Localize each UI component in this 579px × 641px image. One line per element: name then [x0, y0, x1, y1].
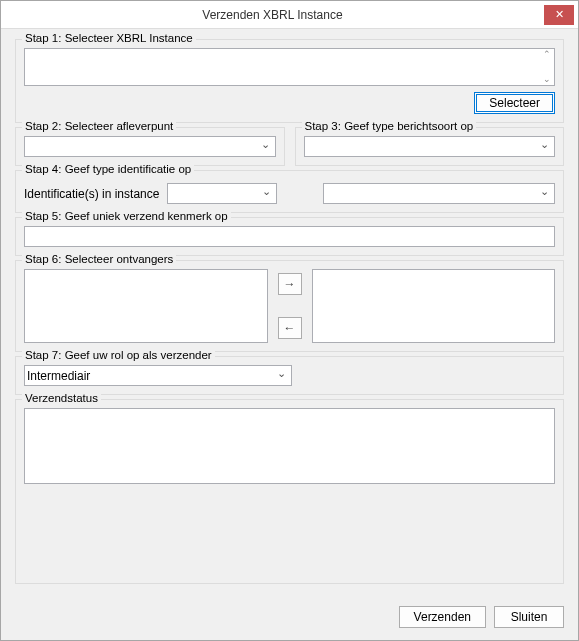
window-title: Verzenden XBRL Instance: [1, 8, 544, 22]
status-textarea[interactable]: [24, 408, 555, 484]
step4-title: Stap 4: Geef type identificatie op: [22, 163, 194, 175]
send-reference-input[interactable]: [24, 226, 555, 247]
step5-group: Stap 5: Geef uniek verzend kenmerk op: [15, 217, 564, 256]
identification-type-a-select[interactable]: [167, 183, 277, 204]
step6-title: Stap 6: Selecteer ontvangers: [22, 253, 176, 265]
dialog-window: Verzenden XBRL Instance ✕ Stap 1: Select…: [0, 0, 579, 641]
arrow-right-icon: →: [284, 277, 296, 291]
selected-receivers-listbox[interactable]: [312, 269, 556, 343]
step4-group: Stap 4: Geef type identificatie op Ident…: [15, 170, 564, 213]
identification-type-b-select[interactable]: [323, 183, 555, 204]
close-icon[interactable]: ✕: [544, 5, 574, 25]
close-button[interactable]: Sluiten: [494, 606, 564, 628]
status-group: Verzendstatus: [15, 399, 564, 584]
arrow-left-icon: ←: [284, 321, 296, 335]
message-type-select[interactable]: [304, 136, 556, 157]
select-instance-button[interactable]: Selecteer: [474, 92, 555, 114]
delivery-point-select[interactable]: [24, 136, 276, 157]
transfer-buttons: → ←: [276, 269, 304, 343]
dialog-body: Stap 1: Selecteer XBRL Instance ⌃⌄ Selec…: [1, 29, 578, 598]
remove-receiver-button[interactable]: ←: [278, 317, 302, 339]
step3-title: Stap 3: Geef type berichtsoort op: [302, 120, 477, 132]
step7-title: Stap 7: Geef uw rol op als verzender: [22, 349, 215, 361]
sender-role-select[interactable]: [24, 365, 292, 386]
step3-group: Stap 3: Geef type berichtsoort op: [295, 127, 565, 166]
available-receivers-listbox[interactable]: [24, 269, 268, 343]
send-button[interactable]: Verzenden: [399, 606, 486, 628]
step2-group: Stap 2: Selecteer afleverpunt: [15, 127, 285, 166]
step1-title: Stap 1: Selecteer XBRL Instance: [22, 32, 196, 44]
xbrl-instance-textarea[interactable]: [24, 48, 555, 86]
dialog-footer: Verzenden Sluiten: [1, 598, 578, 640]
step1-group: Stap 1: Selecteer XBRL Instance ⌃⌄ Selec…: [15, 39, 564, 123]
add-receiver-button[interactable]: →: [278, 273, 302, 295]
titlebar: Verzenden XBRL Instance ✕: [1, 1, 578, 29]
step6-group: Stap 6: Selecteer ontvangers → ←: [15, 260, 564, 352]
step7-group: Stap 7: Geef uw rol op als verzender: [15, 356, 564, 395]
identification-label: Identificatie(s) in instance: [24, 187, 159, 201]
status-title: Verzendstatus: [22, 392, 101, 404]
step5-title: Stap 5: Geef uniek verzend kenmerk op: [22, 210, 231, 222]
step2-title: Stap 2: Selecteer afleverpunt: [22, 120, 176, 132]
